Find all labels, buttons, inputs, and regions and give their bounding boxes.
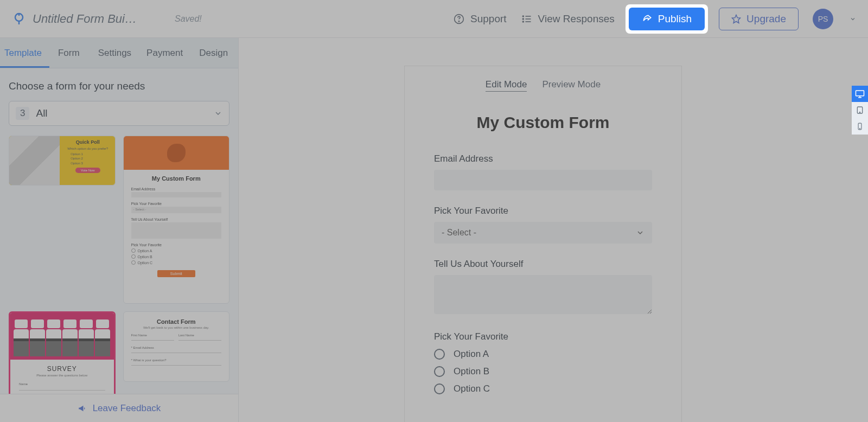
tab-design[interactable]: Design xyxy=(192,38,237,68)
sidebar-tabs: Template Form Settings Payment Design xyxy=(0,38,238,68)
tpl-title: Contact Form xyxy=(131,318,222,325)
device-rail xyxy=(852,86,868,135)
upgrade-button[interactable]: Upgrade xyxy=(719,8,799,30)
tab-template[interactable]: Template xyxy=(0,38,49,68)
preview-mode-tab[interactable]: Preview Mode xyxy=(542,79,601,92)
tpl-lbl: * What is your question? xyxy=(131,359,222,362)
tpl-sel: - Select - xyxy=(131,207,222,213)
svg-point-14 xyxy=(859,112,860,112)
form-title[interactable]: Untitled Form Bui… xyxy=(33,12,137,26)
svg-rect-10 xyxy=(856,91,864,96)
tab-settings[interactable]: Settings xyxy=(88,38,140,68)
responses-label: View Responses xyxy=(538,13,615,25)
template-survey[interactable]: SURVEY Please answer the questions below… xyxy=(9,311,116,394)
radio-icon xyxy=(434,383,445,394)
edit-mode-tab[interactable]: Edit Mode xyxy=(486,79,527,92)
share-icon xyxy=(642,14,653,24)
publish-button[interactable]: Publish xyxy=(629,8,705,30)
template-custom-form[interactable]: My Custom Form Email Address Pick Your F… xyxy=(123,136,230,304)
radio-label: Option A xyxy=(454,349,489,360)
publish-label: Publish xyxy=(658,13,692,25)
select-value: - Select - xyxy=(442,228,476,238)
tpl-opt: Option C xyxy=(131,260,222,265)
field-label: Pick Your Favorite xyxy=(434,206,652,216)
chevron-down-icon[interactable] xyxy=(850,16,856,22)
template-contact-form[interactable]: Contact Form We'll get back to you withi… xyxy=(123,311,230,382)
field-about[interactable]: Tell Us About Yourself xyxy=(434,259,652,316)
tpl-submit: Submit xyxy=(157,270,195,277)
tpl-lbl: Email Address xyxy=(131,187,222,191)
form-heading[interactable]: My Custom Form xyxy=(434,113,652,132)
tpl-sub: Which option do you prefer? xyxy=(64,147,111,150)
radio-label: Option B xyxy=(454,366,489,377)
about-textarea[interactable] xyxy=(434,275,652,314)
tpl-opt: Option 1 xyxy=(71,152,111,156)
list-icon xyxy=(521,13,533,25)
view-responses-link[interactable]: View Responses xyxy=(521,13,615,25)
field-favorite-radio[interactable]: Pick Your Favorite Option A Option B Opt… xyxy=(434,331,652,394)
feedback-label: Leave Feedback xyxy=(93,403,161,414)
support-label: Support xyxy=(470,13,507,25)
tpl-opt: Option B xyxy=(131,254,222,259)
tpl-sub: Please answer the questions below xyxy=(19,374,105,377)
favorite-select[interactable]: - Select - xyxy=(434,222,652,244)
svg-point-2 xyxy=(458,21,459,21)
leave-feedback-button[interactable]: Leave Feedback xyxy=(0,394,238,422)
filter-label: All xyxy=(36,107,214,119)
tpl-opt: Option 2 xyxy=(71,156,111,161)
tpl-sub: We'll get back to you within one busines… xyxy=(131,326,222,329)
radio-option[interactable]: Option C xyxy=(434,383,652,394)
svg-marker-9 xyxy=(732,15,741,23)
device-tablet-button[interactable] xyxy=(852,102,868,118)
template-filter-select[interactable]: 3 All xyxy=(9,101,229,126)
support-link[interactable]: Support xyxy=(453,13,507,25)
tpl-btn: Vote Now xyxy=(75,168,100,173)
user-avatar[interactable]: PS xyxy=(813,9,833,29)
save-status: Saved! xyxy=(175,14,202,24)
tpl-title: Quick Poll xyxy=(64,139,111,145)
tpl-lbl: Pick Your Favorite xyxy=(131,202,222,206)
field-label: Email Address xyxy=(434,154,652,164)
tpl-lbl: Name xyxy=(19,382,105,386)
svg-point-4 xyxy=(522,18,524,20)
device-mobile-button[interactable] xyxy=(852,118,868,135)
chevron-down-icon xyxy=(214,109,222,118)
tpl-opt: Option 3 xyxy=(71,161,111,165)
chevron-down-icon xyxy=(636,228,644,237)
template-grid: Quick Poll Which option do you prefer? O… xyxy=(9,136,229,394)
tpl-lbl: Last Name xyxy=(178,334,221,337)
field-email[interactable]: Email Address xyxy=(434,154,652,190)
tab-payment[interactable]: Payment xyxy=(140,38,192,68)
mode-switch: Edit Mode Preview Mode xyxy=(405,66,681,92)
tpl-lbl: Pick Your Favorite xyxy=(131,243,222,247)
svg-point-5 xyxy=(522,21,524,22)
help-icon xyxy=(453,13,465,25)
radio-option[interactable]: Option B xyxy=(434,366,652,377)
field-favorite-select[interactable]: Pick Your Favorite - Select - xyxy=(434,206,652,244)
tpl-lbl: Tell Us About Yourself xyxy=(131,218,222,221)
tab-form[interactable]: Form xyxy=(49,38,88,68)
sidebar: Template Form Settings Payment Design Ch… xyxy=(0,38,239,422)
radio-option[interactable]: Option A xyxy=(434,349,652,360)
choose-label: Choose a form for your needs xyxy=(9,80,229,92)
tpl-lbl: First Name xyxy=(131,334,174,337)
tpl-lbl: * Email Address xyxy=(131,346,222,349)
megaphone-icon xyxy=(78,404,87,413)
device-desktop-button[interactable] xyxy=(852,86,868,102)
svg-point-16 xyxy=(860,129,860,129)
star-icon xyxy=(731,14,741,24)
email-input[interactable] xyxy=(434,170,652,190)
field-label: Tell Us About Yourself xyxy=(434,259,652,270)
publish-button-wrap: Publish xyxy=(629,8,705,30)
template-quick-poll[interactable]: Quick Poll Which option do you prefer? O… xyxy=(9,136,116,186)
radio-icon xyxy=(434,349,445,360)
filter-count: 3 xyxy=(16,107,29,120)
tpl-title: My Custom Form xyxy=(131,175,222,182)
tpl-title: SURVEY xyxy=(19,365,105,373)
form-canvas: Edit Mode Preview Mode My Custom Form Em… xyxy=(405,66,681,422)
tpl-opt: Option A xyxy=(131,248,222,253)
svg-point-3 xyxy=(522,16,524,17)
field-label: Pick Your Favorite xyxy=(434,331,652,342)
radio-icon xyxy=(434,366,445,377)
top-bar: Untitled Form Bui… Saved! Support View R… xyxy=(0,0,868,38)
